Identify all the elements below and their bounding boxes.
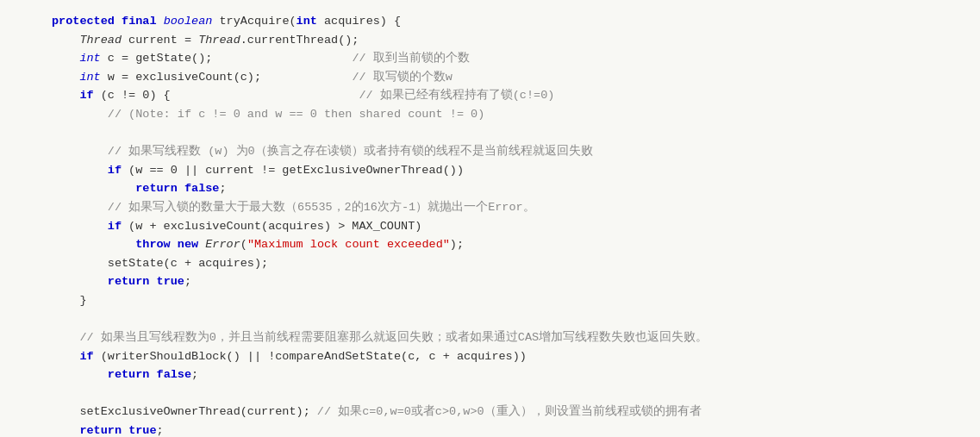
value-true1: true bbox=[157, 275, 184, 288]
code-container: protected final boolean tryAcquire(int a… bbox=[0, 0, 980, 437]
code-line-14: setState(c + acquires); bbox=[52, 254, 963, 273]
method-tryAcquire: tryAcquire bbox=[219, 15, 289, 28]
keyword-return4: return bbox=[79, 424, 122, 437]
code-line-23: return true; bbox=[52, 421, 963, 437]
keyword-int-c: int bbox=[79, 52, 100, 65]
comment-get-state: // 取到当前锁的个数 bbox=[352, 52, 469, 65]
keyword-if3: if bbox=[108, 220, 122, 233]
code-line-11: // 如果写入锁的数量大于最大数（65535，2的16次方-1）就抛出一个Err… bbox=[52, 198, 963, 217]
keyword-new: new bbox=[178, 238, 198, 251]
code-line-16: } bbox=[52, 291, 963, 310]
keyword-return1: return bbox=[135, 182, 178, 195]
keyword-int: int bbox=[296, 15, 317, 28]
keyword-if2: if bbox=[108, 164, 122, 177]
code-line-2: Thread current = Thread.currentThread(); bbox=[52, 31, 963, 50]
class-thread2: Thread bbox=[198, 34, 240, 47]
code-line-20: return false; bbox=[52, 365, 963, 384]
keyword-final: final bbox=[122, 15, 157, 28]
code-line-10: return false; bbox=[52, 179, 963, 198]
code-line-12: if (w + exclusiveCount(acquires) > MAX_C… bbox=[52, 217, 963, 236]
keyword-throw: throw bbox=[135, 238, 171, 251]
code-line-1: protected final boolean tryAcquire(int a… bbox=[52, 12, 963, 31]
comment-write-thread: // 如果写线程数 (w) 为0（换言之存在读锁）或者持有锁的线程不是当前线程就… bbox=[108, 145, 593, 158]
class-error: Error bbox=[205, 238, 240, 251]
code-line-5: if (c != 0) { // 如果已经有线程持有了锁(c!=0) bbox=[52, 86, 963, 105]
comment-note: // (Note: if c != 0 and w == 0 then shar… bbox=[108, 108, 484, 121]
code-line-6: // (Note: if c != 0 and w == 0 then shar… bbox=[52, 105, 963, 124]
value-true2: true bbox=[128, 424, 156, 437]
code-line-21 bbox=[52, 384, 963, 403]
code-line-19: if (writerShouldBlock() || !compareAndSe… bbox=[52, 347, 963, 366]
class-thread: Thread bbox=[79, 34, 122, 47]
value-false2: false bbox=[157, 368, 192, 381]
comment-max-count: // 如果写入锁的数量大于最大数（65535，2的16次方-1）就抛出一个Err… bbox=[108, 201, 535, 214]
comment-writer-should-block: // 如果当且写线程数为0，并且当前线程需要阻塞那么就返回失败；或者如果通过CA… bbox=[79, 331, 708, 344]
keyword-if1: if bbox=[79, 89, 93, 102]
code-line-3: int c = getState(); // 取到当前锁的个数 bbox=[52, 49, 963, 68]
string-max-lock: "Maximum lock count exceeded" bbox=[247, 238, 450, 251]
code-line-9: if (w == 0 || current != getExclusiveOwn… bbox=[52, 161, 963, 180]
keyword-protected: protected bbox=[52, 15, 115, 28]
keyword-return3: return bbox=[108, 368, 150, 381]
comment-if-c: // 如果已经有线程持有了锁(c!=0) bbox=[359, 89, 554, 102]
code-line-15: return true; bbox=[52, 272, 963, 291]
keyword-int-w: int bbox=[79, 71, 100, 84]
code-line-22: setExclusiveOwnerThread(current); // 如果c… bbox=[52, 403, 963, 421]
code-line-13: throw new Error("Maximum lock count exce… bbox=[52, 235, 963, 254]
keyword-return2: return bbox=[108, 275, 150, 288]
comment-exclusive-count: // 取写锁的个数w bbox=[352, 71, 452, 84]
code-line-7 bbox=[52, 124, 963, 143]
value-false1: false bbox=[184, 182, 220, 195]
code-line-4: int w = exclusiveCount(c); // 取写锁的个数w bbox=[52, 68, 963, 87]
code-line-18: // 如果当且写线程数为0，并且当前线程需要阻塞那么就返回失败；或者如果通过CA… bbox=[52, 328, 963, 347]
code-line-17 bbox=[52, 310, 963, 329]
code-line-8: // 如果写线程数 (w) 为0（换言之存在读锁）或者持有锁的线程不是当前线程就… bbox=[52, 142, 963, 161]
keyword-if4: if bbox=[79, 350, 93, 363]
keyword-boolean: boolean bbox=[164, 15, 213, 28]
comment-set-exclusive: // 如果c=0,w=0或者c>0,w>0（重入），则设置当前线程或锁的拥有者 bbox=[317, 405, 702, 418]
